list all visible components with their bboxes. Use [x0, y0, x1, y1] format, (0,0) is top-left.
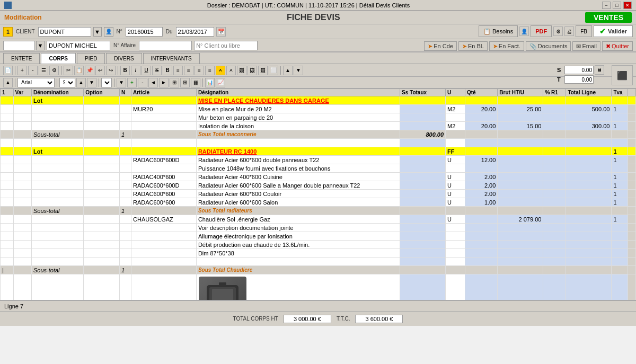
- align-left-button[interactable]: ≡: [173, 66, 183, 75]
- col-var: Var: [13, 89, 31, 96]
- client-libre-input[interactable]: [194, 41, 258, 50]
- tb2-btn2[interactable]: ⊞: [180, 78, 190, 87]
- img3-button[interactable]: 🖼: [258, 66, 268, 75]
- undo-button[interactable]: ↩: [95, 66, 105, 75]
- scissors-button[interactable]: ✂: [64, 66, 73, 75]
- italic-button[interactable]: I: [131, 66, 140, 75]
- arrow-left-button[interactable]: ◄: [148, 78, 158, 87]
- col-total: Total Ligne: [566, 89, 612, 96]
- gear-button[interactable]: ⚙: [553, 26, 563, 36]
- tab-intervenants[interactable]: INTERVENANTS: [143, 53, 200, 64]
- table-row: Allumage électronique par Ionisation: [1, 232, 636, 241]
- color1-button[interactable]: A: [216, 66, 225, 75]
- list-button[interactable]: ☰: [39, 66, 48, 75]
- tab-pied[interactable]: PIED: [77, 53, 105, 64]
- align-right-button[interactable]: ≡: [195, 66, 204, 75]
- en-fact-button[interactable]: ➤ En Fact.: [489, 41, 524, 51]
- date-input[interactable]: [176, 27, 214, 37]
- pdf-button[interactable]: PDF: [531, 25, 552, 37]
- modification-label: Modification: [4, 14, 42, 21]
- table-row: Sous-total 1 Sous Total radiateurs: [1, 207, 636, 215]
- minus-button[interactable]: -: [138, 78, 147, 87]
- align-center-button[interactable]: ≡: [184, 66, 193, 75]
- maximize-button[interactable]: □: [613, 2, 621, 9]
- ttc-value: 3 600.00 €: [355, 315, 403, 323]
- client-dropdown2-btn[interactable]: ▼: [36, 41, 45, 50]
- tb2-btn4[interactable]: 📊: [205, 78, 215, 87]
- down-button[interactable]: ▼: [294, 66, 303, 75]
- arrow-icon: ➤: [428, 43, 432, 50]
- person2-button[interactable]: 👤: [519, 26, 529, 36]
- s-calc-button[interactable]: 🖩: [595, 65, 604, 75]
- bold-button[interactable]: B: [120, 66, 130, 75]
- paste-button[interactable]: 📌: [85, 66, 94, 75]
- paperclip-icon: 📎: [529, 43, 537, 50]
- contact-input: [47, 41, 110, 50]
- color2-button[interactable]: A: [226, 66, 236, 75]
- img2-button[interactable]: 🖼: [248, 66, 257, 75]
- table-row: Voir description documentation jointe: [1, 224, 636, 232]
- arrow-down-button[interactable]: ▼: [117, 78, 126, 87]
- up-button[interactable]: ▲: [283, 66, 293, 75]
- font-select[interactable]: Arial: [17, 78, 55, 87]
- calendar-button[interactable]: 📅: [216, 27, 226, 37]
- client-person-button[interactable]: 👤: [104, 27, 113, 37]
- size-up-button[interactable]: ▲: [76, 78, 86, 87]
- tabs-row: ENTETE CORPS PIED DIVERS INTERVENANTS: [0, 52, 636, 64]
- plus-green-button[interactable]: +: [127, 78, 137, 87]
- add-button[interactable]: +: [17, 66, 27, 75]
- new-line-button[interactable]: 📄: [3, 66, 13, 75]
- size-select[interactable]: 9: [59, 78, 75, 87]
- s-input[interactable]: [564, 66, 594, 74]
- arrow-icon2: ➤: [462, 43, 467, 50]
- config-button[interactable]: ⚙: [49, 66, 59, 75]
- tab-corps[interactable]: CORPS: [41, 53, 76, 64]
- minimize-button[interactable]: −: [602, 2, 611, 9]
- client-label: CLIENT: [16, 29, 35, 34]
- col-article: Article: [131, 89, 197, 96]
- calculator-big-button[interactable]: ⬛: [612, 65, 633, 85]
- bold2-button[interactable]: B: [163, 66, 172, 75]
- en-bl-button[interactable]: ➤ En BL: [458, 41, 488, 51]
- remove-button[interactable]: -: [28, 66, 38, 75]
- copy-button[interactable]: 📋: [74, 66, 84, 75]
- tb-expand-button[interactable]: ⬜: [269, 66, 278, 75]
- client-dropdown2[interactable]: [3, 41, 35, 50]
- strike-button[interactable]: S: [152, 66, 162, 75]
- affaire-input[interactable]: [139, 41, 192, 50]
- ligne-status: Ligne 7: [4, 303, 23, 309]
- client-name-input[interactable]: [38, 27, 91, 37]
- num-input[interactable]: [126, 27, 163, 37]
- close-button[interactable]: ✕: [623, 2, 632, 9]
- tab-entete[interactable]: ENTETE: [3, 53, 40, 64]
- arrow-right-button[interactable]: ►: [159, 78, 169, 87]
- align-justify-button[interactable]: ≡: [205, 66, 215, 75]
- valider-button[interactable]: ✔ Valider: [594, 25, 633, 37]
- besoins-button[interactable]: 📋 Besoins: [479, 25, 518, 37]
- app-header: Modification FICHE DEVIS VENTES: [0, 11, 636, 24]
- en-cde-button[interactable]: ➤ En Cde: [424, 41, 457, 51]
- img1-button[interactable]: 🖼: [237, 66, 246, 75]
- up2-button[interactable]: ▲: [3, 78, 13, 87]
- email-button[interactable]: ✉ Email: [572, 41, 600, 51]
- underline-button[interactable]: U: [142, 66, 151, 75]
- color-select[interactable]: A: [101, 78, 112, 87]
- quitter-button[interactable]: ✖ Quitter: [602, 41, 633, 51]
- app-icon: [4, 2, 12, 9]
- documents-button[interactable]: 📎 Documents: [526, 41, 571, 51]
- title-bar-title: Dossier : DEMOBAT | UT.: COMMUN | 11-10-…: [15, 2, 602, 8]
- fb-button[interactable]: FB: [576, 25, 592, 37]
- print-button[interactable]: 🖨: [564, 26, 574, 36]
- redo-button[interactable]: ↪: [106, 66, 116, 75]
- client-dropdown-button[interactable]: ▼: [93, 27, 102, 37]
- table-row: [1, 274, 636, 301]
- tab-divers[interactable]: DIVERS: [106, 53, 142, 64]
- client-row2: ▼ N° Affaire ➤ En Cde ➤ En BL ➤ En Fact.…: [0, 39, 636, 52]
- tb2-btn3[interactable]: ▦: [191, 78, 200, 87]
- tb2-btn5[interactable]: 📈: [216, 78, 225, 87]
- table-row: RADAC600*600D Radiateur Acier 600*600 do…: [1, 156, 636, 164]
- size-down-button[interactable]: ▼: [87, 78, 96, 87]
- tb2-btn1[interactable]: ⊞: [170, 78, 179, 87]
- table-row: Débit production eau chaude de 13.6L/min…: [1, 241, 636, 249]
- t-input[interactable]: [564, 75, 594, 84]
